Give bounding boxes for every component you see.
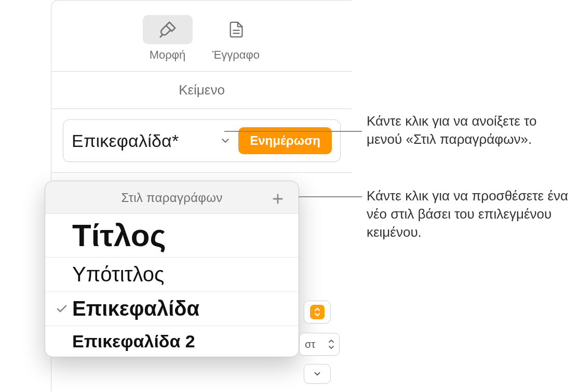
style-item-heading[interactable]: Επικεφαλίδα — [45, 291, 299, 326]
style-item-title[interactable]: Τίτλος — [45, 213, 299, 257]
callout-line — [288, 196, 362, 197]
paintbrush-icon — [158, 20, 178, 39]
add-style-button[interactable] — [268, 190, 287, 208]
format-tab[interactable]: Μορφή — [143, 15, 193, 62]
document-tab-label: Έγγραφο — [212, 48, 260, 62]
background-dropdown[interactable] — [304, 364, 331, 384]
format-tab-label: Μορφή — [150, 48, 186, 62]
paragraph-styles-popover: Στιλ παραγράφων Τίτλος Υπότιτλος — [45, 181, 299, 357]
size-stepper[interactable]: στ — [299, 333, 340, 356]
callout-add-style: Κάντε κλικ για να προσθέσετε ένα νέο στι… — [367, 187, 579, 241]
chevron-down-icon — [220, 135, 231, 146]
current-style-name: Επικεφαλίδα* — [72, 131, 212, 151]
chevron-down-icon — [313, 369, 322, 379]
style-item-heading2[interactable]: Επικεφαλίδα 2 — [45, 326, 299, 357]
paragraph-style-field[interactable]: Επικεφαλίδα* Ενημέρωση — [63, 119, 341, 162]
toolbar: Μορφή Έγγραφο — [51, 1, 352, 71]
stepper-value-suffix: στ — [305, 339, 315, 350]
document-icon-wrap — [211, 15, 261, 44]
plus-icon — [271, 192, 285, 206]
style-item-label: Επικεφαλίδα 2 — [72, 331, 195, 352]
check-icon — [56, 303, 72, 315]
popover-header: Στιλ παραγράφων — [45, 181, 299, 213]
document-icon — [227, 20, 245, 39]
background-popup-control[interactable] — [304, 301, 331, 323]
style-item-label: Τίτλος — [72, 219, 166, 252]
popup-arrows-icon — [310, 305, 325, 319]
popover-list: Τίτλος Υπότιτλος Επικεφαλίδα Επικεφαλίδα… — [45, 213, 299, 357]
popover-title: Στιλ παραγράφων — [57, 191, 287, 205]
open-styles-chevron[interactable] — [220, 135, 231, 146]
document-tab[interactable]: Έγγραφο — [211, 15, 261, 62]
style-item-subtitle[interactable]: Υπότιτλος — [45, 257, 299, 291]
stepper-arrows-icon[interactable] — [328, 337, 339, 351]
format-icon-wrap — [143, 15, 193, 44]
callout-open-menu: Κάντε κλικ για να ανοίξετε το μενού «Στι… — [367, 112, 574, 148]
callout-line — [224, 131, 362, 132]
paragraph-style-row: Επικεφαλίδα* Ενημέρωση — [51, 109, 352, 172]
style-item-label: Υπότιτλος — [72, 263, 164, 286]
text-section-tab[interactable]: Κείμενο — [51, 71, 352, 109]
style-item-label: Επικεφαλίδα — [72, 297, 199, 320]
